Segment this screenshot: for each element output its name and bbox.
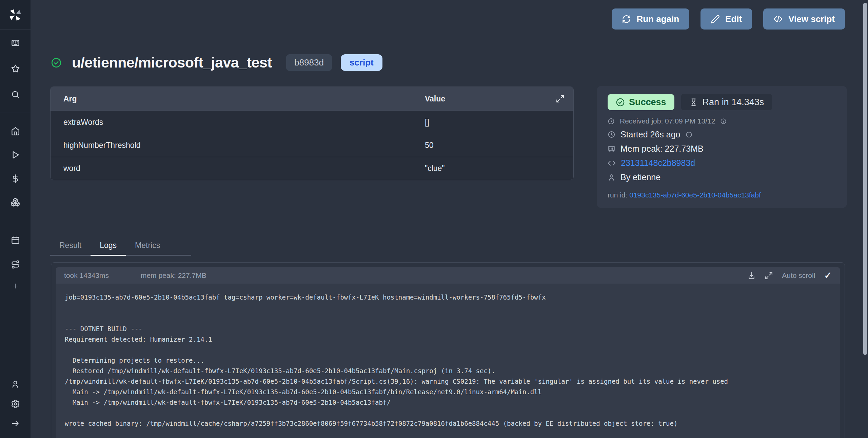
hourglass-icon — [689, 98, 698, 107]
tab-result[interactable]: Result — [50, 241, 91, 256]
route-icon — [11, 260, 20, 269]
arg-value: "clue" — [425, 164, 573, 173]
sidebar-item-schedules[interactable] — [0, 228, 31, 252]
auto-scroll-label: Auto scroll — [782, 271, 815, 280]
code-icon — [608, 159, 616, 167]
arrow-right-icon — [11, 419, 20, 428]
run-again-label: Run again — [636, 14, 679, 24]
clock-icon — [608, 118, 615, 125]
logs-mem-peak-label: mem peak: 227.7MB — [141, 271, 206, 280]
sidebar — [0, 0, 31, 438]
sidebar-item-settings[interactable] — [0, 394, 31, 414]
script-hash-link[interactable]: 23131148c2b8983d — [621, 158, 695, 168]
download-icon[interactable] — [747, 271, 756, 280]
run-again-button[interactable]: Run again — [612, 8, 689, 30]
status-badge: Success — [608, 94, 674, 110]
table-row: highNumberThreshold 50 — [51, 134, 573, 157]
arg-name: word — [51, 164, 425, 173]
mem-peak-line: Mem peak: 227.73MB — [608, 144, 836, 154]
started-line: Started 26s ago — [608, 130, 836, 139]
sidebar-item-user[interactable] — [0, 374, 31, 394]
sidebar-divider — [0, 113, 31, 113]
arg-name: extraWords — [51, 118, 425, 127]
sidebar-item-variables[interactable] — [0, 167, 31, 190]
code-icon — [773, 14, 783, 24]
args-expand-button[interactable] — [556, 94, 573, 103]
memory-icon — [608, 145, 615, 153]
info-icon[interactable] — [686, 131, 692, 138]
args-table: Arg Value extraWords [] highNumberThresh… — [50, 87, 574, 180]
calendar-icon — [11, 235, 20, 245]
logs-panel: took 14343ms mem peak: 227.7MB Auto scro… — [51, 262, 845, 438]
run-id-label: run id: — [608, 191, 627, 199]
user-icon — [608, 173, 615, 181]
home-icon — [11, 127, 20, 136]
args-col-arg: Arg — [51, 94, 425, 103]
table-row: word "clue" — [51, 157, 573, 180]
script-hash-line: 23131148c2b8983d — [608, 158, 836, 168]
windmill-logo-icon — [8, 7, 23, 22]
args-col-value: Value — [425, 94, 556, 103]
gear-icon — [11, 399, 20, 408]
run-id-link[interactable]: 0193c135-ab7d-60e5-2b10-04b5ac13fabf — [629, 191, 761, 199]
view-script-button[interactable]: View script — [763, 8, 845, 30]
page-title: u/etienne/microsoft_java_test — [72, 54, 272, 71]
status-label: Success — [629, 97, 666, 108]
expand-icon — [556, 94, 565, 103]
view-script-label: View script — [788, 14, 835, 24]
play-icon — [11, 150, 20, 159]
sidebar-item-search[interactable] — [0, 81, 31, 107]
sidebar-item-home[interactable] — [0, 119, 31, 143]
auto-scroll-checkbox[interactable]: ✓ — [824, 271, 832, 280]
mem-peak-label: Mem peak: 227.73MB — [620, 144, 704, 154]
received-label: Received job: 07:09 PM 13/12 — [620, 117, 715, 125]
author-line: By etienne — [608, 172, 836, 182]
arg-value: [] — [425, 118, 573, 127]
duration-label: Ran in 14.343s — [703, 97, 764, 108]
windmill-logo[interactable] — [0, 0, 31, 30]
sidebar-item-flows[interactable] — [0, 252, 31, 277]
run-id-line: run id: 0193c135-ab7d-60e5-2b10-04b5ac13… — [608, 191, 836, 199]
success-check-circle-icon — [51, 57, 62, 68]
pencil-icon — [711, 15, 720, 24]
star-icon — [11, 64, 20, 73]
logs-took-label: took 14343ms — [64, 271, 109, 280]
started-label: Started 26s ago — [620, 130, 680, 139]
args-table-header: Arg Value — [51, 87, 573, 111]
tab-metrics[interactable]: Metrics — [126, 241, 169, 256]
sidebar-item-favorites[interactable] — [0, 56, 31, 81]
window-scrollbar-thumb[interactable] — [863, 3, 867, 355]
run-info-card: Success Ran in 14.343s Received job: 07:… — [597, 86, 847, 208]
received-line: Received job: 07:09 PM 13/12 — [608, 117, 836, 125]
sidebar-item-resources[interactable] — [0, 190, 31, 214]
sidebar-item-expand[interactable] — [0, 414, 31, 433]
plus-icon — [12, 282, 19, 290]
logs-header: took 14343ms mem peak: 227.7MB Auto scro… — [56, 267, 840, 284]
tabs: Result Logs Metrics — [50, 241, 191, 256]
info-icon[interactable] — [720, 118, 727, 125]
hash-badge: b8983d — [286, 54, 332, 71]
boxes-icon — [11, 197, 20, 207]
expand-icon[interactable] — [765, 271, 773, 280]
arg-name: highNumberThreshold — [51, 141, 425, 150]
clock-icon — [608, 131, 615, 138]
title-row: u/etienne/microsoft_java_test b8983d scr… — [51, 54, 382, 71]
edit-label: Edit — [725, 14, 742, 24]
author-label: By etienne — [620, 172, 660, 182]
sidebar-item-apps[interactable] — [0, 30, 31, 56]
user-icon — [11, 380, 20, 388]
tab-logs[interactable]: Logs — [91, 241, 126, 256]
arg-value: 50 — [425, 141, 573, 150]
logs-content: job=0193c135-ab7d-60e5-2b10-04b5ac13fabf… — [56, 284, 840, 438]
dollar-icon — [11, 174, 20, 183]
search-icon — [11, 90, 20, 99]
table-row: extraWords [] — [51, 111, 573, 134]
duration-chip: Ran in 14.343s — [681, 94, 772, 110]
sidebar-item-runs[interactable] — [0, 143, 31, 167]
edit-button[interactable]: Edit — [701, 8, 752, 30]
script-type-badge: script — [341, 54, 382, 71]
refresh-icon — [622, 15, 631, 24]
sidebar-item-add[interactable] — [0, 277, 31, 296]
check-circle-icon — [616, 98, 625, 107]
header-actions: Run again Edit View script — [612, 8, 845, 30]
